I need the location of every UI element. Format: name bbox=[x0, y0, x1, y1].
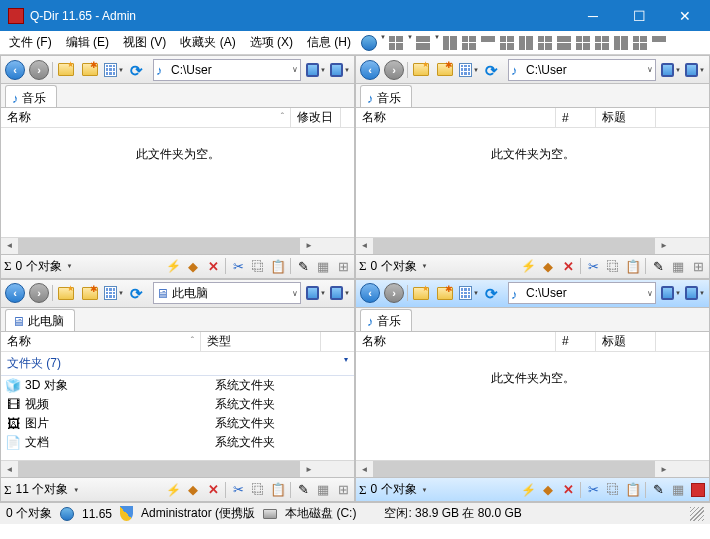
new-folder-button[interactable] bbox=[434, 59, 456, 81]
nav-back-button[interactable]: ‹ bbox=[359, 282, 381, 304]
menu-view[interactable]: 视图 (V) bbox=[116, 31, 173, 54]
edit-button[interactable]: ✎ bbox=[650, 258, 666, 274]
favorites-button[interactable] bbox=[410, 282, 432, 304]
monitor-2-button[interactable]: ▼ bbox=[329, 59, 351, 81]
power-icon[interactable] bbox=[165, 482, 181, 498]
menu-edit[interactable]: 编辑 (E) bbox=[59, 31, 116, 54]
layout-13-icon[interactable] bbox=[631, 34, 649, 52]
nav-forward-button[interactable]: › bbox=[383, 59, 405, 81]
delete-button[interactable]: ✕ bbox=[560, 258, 576, 274]
menu-info[interactable]: 信息 (H) bbox=[300, 31, 358, 54]
favorites-button[interactable] bbox=[55, 59, 77, 81]
nav-back-button[interactable]: ‹ bbox=[4, 282, 26, 304]
refresh-button[interactable]: ⟳ bbox=[127, 282, 149, 304]
file-list[interactable]: 文件夹 (7)▾🧊3D 对象系统文件夹🎞视频系统文件夹🖼图片系统文件夹📄文档系统… bbox=[1, 352, 354, 461]
delete-button[interactable]: ✕ bbox=[205, 482, 221, 498]
grid-button[interactable]: ⊞ bbox=[335, 258, 351, 274]
layout-3-icon[interactable] bbox=[441, 34, 459, 52]
power-icon[interactable] bbox=[520, 258, 536, 274]
dropdown-icon[interactable]: ▼ bbox=[67, 263, 73, 269]
dropdown-icon[interactable]: ▼ bbox=[422, 487, 428, 493]
favorites-button[interactable] bbox=[55, 282, 77, 304]
cut-button[interactable]: ✂ bbox=[230, 258, 246, 274]
tab[interactable]: 🖥此电脑 bbox=[5, 309, 75, 331]
monitor-2-button[interactable]: ▼ bbox=[684, 282, 706, 304]
menu-favorites[interactable]: 收藏夹 (A) bbox=[173, 31, 242, 54]
new-folder-button[interactable] bbox=[79, 59, 101, 81]
view-mode-button[interactable]: ▼ bbox=[103, 59, 125, 81]
minimize-button[interactable]: ─ bbox=[570, 0, 616, 31]
favorites-button[interactable] bbox=[410, 59, 432, 81]
tag-icon[interactable]: ◆ bbox=[185, 258, 201, 274]
monitor-1-button[interactable]: ▼ bbox=[660, 282, 682, 304]
grid-button[interactable]: ⊞ bbox=[335, 482, 351, 498]
nav-back-button[interactable]: ‹ bbox=[4, 59, 26, 81]
address-bar[interactable]: ♪C:\User∨ bbox=[508, 282, 656, 304]
refresh-button[interactable]: ⟳ bbox=[482, 282, 504, 304]
nav-forward-button[interactable]: › bbox=[28, 282, 50, 304]
list-item[interactable]: 📄文档系统文件夹 bbox=[1, 433, 354, 452]
column-header[interactable]: 名称 bbox=[356, 332, 556, 351]
group-header[interactable]: 文件夹 (7)▾ bbox=[1, 352, 354, 376]
refresh-button[interactable]: ⟳ bbox=[482, 59, 504, 81]
power-icon[interactable] bbox=[520, 482, 536, 498]
file-list[interactable]: 此文件夹为空。 bbox=[1, 128, 354, 237]
sigma-icon[interactable]: Σ bbox=[4, 482, 12, 498]
column-header[interactable]: 名称 bbox=[1, 332, 201, 351]
nav-forward-button[interactable]: › bbox=[28, 59, 50, 81]
paste-button[interactable]: 📋 bbox=[625, 482, 641, 498]
copy-button[interactable]: ⿻ bbox=[605, 482, 621, 498]
tab[interactable]: ♪音乐 bbox=[5, 85, 57, 107]
layout-2-icon[interactable] bbox=[414, 34, 432, 52]
copy-button[interactable]: ⿻ bbox=[250, 482, 266, 498]
list-item[interactable]: 🎞视频系统文件夹 bbox=[1, 395, 354, 414]
scrollbar-horizontal[interactable]: ◄► bbox=[1, 237, 354, 254]
delete-button[interactable]: ✕ bbox=[560, 482, 576, 498]
view-mode-button[interactable]: ▼ bbox=[103, 282, 125, 304]
cut-button[interactable]: ✂ bbox=[230, 482, 246, 498]
grid-button[interactable]: ⊞ bbox=[690, 258, 706, 274]
close-button[interactable]: ✕ bbox=[662, 0, 708, 31]
column-header[interactable]: 名称 bbox=[1, 108, 291, 127]
monitor-2-button[interactable]: ▼ bbox=[684, 59, 706, 81]
scrollbar-horizontal[interactable]: ◄► bbox=[356, 460, 709, 477]
copy-button[interactable]: ⿻ bbox=[605, 258, 621, 274]
delete-button[interactable]: ✕ bbox=[205, 258, 221, 274]
monitor-1-button[interactable]: ▼ bbox=[660, 59, 682, 81]
tag-icon[interactable]: ◆ bbox=[540, 482, 556, 498]
properties-button[interactable]: ▦ bbox=[315, 258, 331, 274]
layout-4-icon[interactable] bbox=[460, 34, 478, 52]
list-item[interactable]: 🧊3D 对象系统文件夹 bbox=[1, 376, 354, 395]
column-header[interactable]: 修改日 bbox=[291, 108, 341, 127]
refresh-button[interactable]: ⟳ bbox=[127, 59, 149, 81]
dropdown-icon[interactable]: ▼ bbox=[422, 263, 428, 269]
paste-button[interactable]: 📋 bbox=[625, 258, 641, 274]
view-mode-button[interactable]: ▼ bbox=[458, 282, 480, 304]
layout-11-icon[interactable] bbox=[593, 34, 611, 52]
list-item[interactable]: 🖼图片系统文件夹 bbox=[1, 414, 354, 433]
layout-12-icon[interactable] bbox=[612, 34, 630, 52]
edit-button[interactable]: ✎ bbox=[295, 482, 311, 498]
resize-grip[interactable] bbox=[690, 507, 704, 521]
copy-button[interactable]: ⿻ bbox=[250, 258, 266, 274]
menu-file[interactable]: 文件 (F) bbox=[2, 31, 59, 54]
file-list[interactable]: 此文件夹为空。 bbox=[356, 352, 709, 461]
column-header[interactable]: 类型 bbox=[201, 332, 321, 351]
address-bar[interactable]: 🖥此电脑∨ bbox=[153, 282, 301, 304]
sigma-icon[interactable]: Σ bbox=[4, 258, 12, 274]
globe-icon[interactable] bbox=[360, 34, 378, 52]
power-icon[interactable] bbox=[165, 258, 181, 274]
tag-icon[interactable]: ◆ bbox=[540, 258, 556, 274]
paste-button[interactable]: 📋 bbox=[270, 258, 286, 274]
status-globe-icon[interactable] bbox=[60, 507, 74, 521]
column-header[interactable]: 标题 bbox=[596, 108, 656, 127]
address-bar[interactable]: ♪C:\User∨ bbox=[508, 59, 656, 81]
column-header[interactable]: # bbox=[556, 108, 596, 127]
layout-9-icon[interactable] bbox=[555, 34, 573, 52]
nav-back-button[interactable]: ‹ bbox=[359, 59, 381, 81]
layout-5-icon[interactable] bbox=[479, 34, 497, 52]
paste-button[interactable]: 📋 bbox=[270, 482, 286, 498]
layout-8-icon[interactable] bbox=[536, 34, 554, 52]
new-folder-button[interactable] bbox=[79, 282, 101, 304]
properties-button[interactable]: ▦ bbox=[670, 482, 686, 498]
